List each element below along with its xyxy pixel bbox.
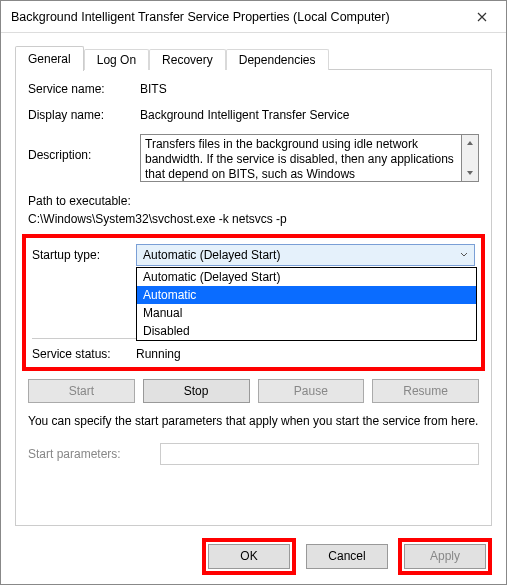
startup-type-display[interactable]: Automatic (Delayed Start) [136, 244, 475, 266]
start-params-label: Start parameters: [28, 447, 160, 461]
description-scrollbar[interactable] [462, 134, 479, 182]
start-params-row: Start parameters: [28, 443, 479, 465]
description-text[interactable]: Transfers files in the background using … [140, 134, 462, 182]
pause-button: Pause [258, 379, 365, 403]
display-name-row: Display name: Background Intelligent Tra… [28, 108, 479, 122]
display-name-value: Background Intelligent Transfer Service [140, 108, 479, 122]
startup-option-disabled[interactable]: Disabled [137, 322, 476, 340]
startup-type-row: Startup type: Automatic (Delayed Start) … [32, 244, 475, 266]
service-name-label: Service name: [28, 82, 140, 96]
startup-option-manual[interactable]: Manual [137, 304, 476, 322]
chevron-down-icon [460, 250, 468, 260]
tab-panel-general: Service name: BITS Display name: Backgro… [15, 69, 492, 526]
display-name-label: Display name: [28, 108, 140, 122]
dialog-footer: OK Cancel Apply [1, 536, 506, 584]
ok-button[interactable]: OK [208, 544, 290, 569]
cancel-button[interactable]: Cancel [306, 544, 388, 569]
startup-option-automatic[interactable]: Automatic [137, 286, 476, 304]
path-value: C:\Windows\System32\svchost.exe -k netsv… [28, 212, 479, 226]
service-name-row: Service name: BITS [28, 82, 479, 96]
tab-general[interactable]: General [15, 46, 84, 71]
apply-highlight: Apply [398, 538, 492, 575]
description-box: Transfers files in the background using … [140, 134, 479, 182]
startup-option-delayed[interactable]: Automatic (Delayed Start) [137, 268, 476, 286]
path-label: Path to executable: [28, 194, 479, 208]
service-status-row: Service status: Running [32, 347, 475, 361]
description-row: Description: Transfers files in the back… [28, 134, 479, 182]
tab-strip: General Log On Recovery Dependencies [15, 44, 492, 70]
tab-dependencies[interactable]: Dependencies [226, 49, 329, 70]
service-control-buttons: Start Stop Pause Resume [28, 379, 479, 403]
start-params-input [160, 443, 479, 465]
resume-button: Resume [372, 379, 479, 403]
stop-button[interactable]: Stop [143, 379, 250, 403]
scroll-up-icon[interactable] [462, 135, 478, 151]
tab-recovery[interactable]: Recovery [149, 49, 226, 70]
titlebar: Background Intelligent Transfer Service … [1, 1, 506, 33]
apply-button: Apply [404, 544, 486, 569]
tab-logon[interactable]: Log On [84, 49, 149, 70]
service-properties-dialog: Background Intelligent Transfer Service … [0, 0, 507, 585]
start-button: Start [28, 379, 135, 403]
description-label: Description: [28, 134, 140, 162]
startup-type-label: Startup type: [32, 248, 136, 262]
service-status-value: Running [136, 347, 181, 361]
start-params-hint: You can specify the start parameters tha… [28, 413, 479, 429]
startup-type-combo[interactable]: Automatic (Delayed Start) Automatic (Del… [136, 244, 475, 266]
dialog-body: General Log On Recovery Dependencies Ser… [1, 33, 506, 536]
scroll-down-icon[interactable] [462, 165, 478, 181]
startup-type-dropdown: Automatic (Delayed Start) Automatic Manu… [136, 267, 477, 341]
startup-highlight: Startup type: Automatic (Delayed Start) … [22, 234, 485, 371]
service-name-value: BITS [140, 82, 479, 96]
ok-highlight: OK [202, 538, 296, 575]
close-icon[interactable] [462, 3, 502, 31]
startup-type-selected: Automatic (Delayed Start) [143, 248, 280, 262]
path-block: Path to executable: C:\Windows\System32\… [28, 194, 479, 226]
service-status-label: Service status: [32, 347, 136, 361]
window-title: Background Intelligent Transfer Service … [11, 10, 462, 24]
